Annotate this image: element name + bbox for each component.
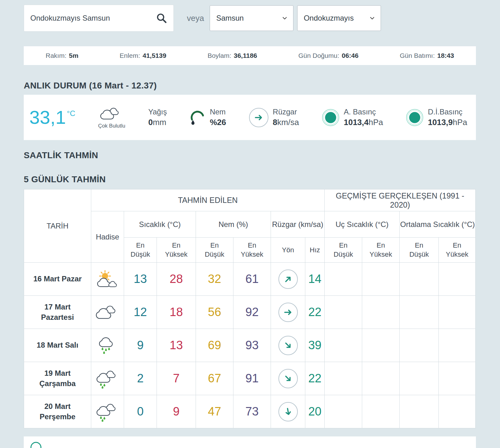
wind-value: 8 [273, 118, 277, 127]
humidity-max-cell: 61 [233, 263, 271, 296]
actual-pressure-unit: hPa [369, 118, 383, 127]
wind-direction-icon [278, 402, 298, 421]
humidity-max-cell: 93 [233, 329, 271, 362]
temp-max-cell: 28 [157, 263, 196, 296]
hist-avg-max-cell [439, 395, 476, 428]
forecast-date: 16 Mart Pazar [24, 263, 91, 296]
precipitation-label: Yağış [148, 108, 167, 116]
hist-avg-min-cell [400, 296, 439, 329]
location-search-box[interactable] [24, 5, 174, 32]
footer-icon [30, 441, 42, 448]
temp-min-cell: 9 [124, 329, 157, 362]
wind-speed-cell: 39 [305, 329, 325, 362]
top-search-row: veya Samsun Ondokuzmayıs [24, 5, 476, 32]
sunrise-value: 06:46 [342, 52, 358, 59]
five-day-forecast-table: TARİH TAHMİN EDİLEN GEÇMİŞTE GERÇEKLEŞEN… [24, 189, 476, 428]
humidity-min-cell: 32 [196, 263, 233, 296]
longitude-label: Boylam: [208, 52, 231, 59]
temp-min-cell: 12 [124, 296, 157, 329]
sea-level-pressure-label: D.İ.Basınç [428, 108, 467, 116]
hist-extreme-max-cell [362, 395, 400, 428]
forecast-row: 18 Mart Salı 9 13 69 93 [24, 329, 476, 362]
cloudy-icon [99, 106, 124, 122]
header-humidity-max: En Yüksek [233, 238, 271, 263]
header-avg-temp: Ortalama Sıcaklık (°C) [400, 211, 476, 238]
province-select[interactable]: Samsun [210, 5, 293, 31]
condition-cell [91, 362, 124, 395]
forecast-date: 18 Mart Salı [24, 329, 91, 362]
forecast-date: 19 Mart Çarşamba [24, 362, 91, 395]
chevron-down-icon [282, 16, 288, 20]
forecast-row: 20 Mart Perşembe 0 9 47 73 [24, 395, 476, 428]
hist-extreme-min-cell [325, 263, 362, 296]
pressure-icon [322, 109, 339, 126]
five-day-forecast-heading[interactable]: 5 GÜNLÜK TAHMİN [24, 174, 476, 184]
humidity-max-cell: 73 [233, 395, 271, 428]
or-label: veya [187, 13, 204, 23]
actual-pressure-item: A. Basınç 1013,4hPa [322, 108, 383, 127]
header-extreme-temp: Uç Sıcaklık (°C) [325, 211, 400, 238]
latitude-item: Enlem: 41,5139 [120, 52, 166, 59]
humidity-min-cell: 69 [196, 329, 233, 362]
condition-cell [91, 329, 124, 362]
sunrise-item: Gün Doğumu: 06:46 [298, 52, 358, 59]
wind-direction-cell [271, 296, 305, 329]
wind-direction-icon [278, 336, 298, 355]
search-icon[interactable] [155, 12, 168, 24]
header-temp-min: En Düşük [124, 238, 157, 263]
pressure-icon [406, 109, 423, 126]
district-select-value: Ondokuzmayıs [304, 14, 354, 23]
forecast-row: 17 Mart Pazartesi 12 18 56 92 22 [24, 296, 476, 329]
wind-item: Rüzgar 8km/sa [249, 108, 299, 127]
sunset-label: Gün Batımı: [400, 52, 435, 59]
header-date: TARİH [24, 189, 91, 263]
hist-extreme-min-cell [325, 329, 362, 362]
header-hist-avg-max: En Yüksek [439, 238, 476, 263]
precipitation-value: 0 [148, 118, 152, 127]
hist-avg-min-cell [400, 362, 439, 395]
temp-max-cell: 7 [157, 362, 196, 395]
current-condition: Çok Bulutlu [98, 106, 125, 129]
wind-direction-icon [278, 269, 298, 289]
wind-direction-cell [271, 263, 305, 296]
humidity-min-cell: 67 [196, 362, 233, 395]
header-event: Hadise [91, 211, 124, 263]
condition-label: Çok Bulutlu [98, 123, 125, 129]
wind-label: Rüzgar [273, 108, 299, 116]
wind-speed-cell: 20 [305, 395, 325, 428]
forecast-row: 16 Mart Pazar 13 28 32 61 [24, 263, 476, 296]
humidity-min-cell: 56 [196, 296, 233, 329]
hist-avg-min-cell [400, 329, 439, 362]
temp-max-cell: 9 [157, 395, 196, 428]
partly-sunny-icon [94, 270, 121, 289]
header-humidity-min: En Düşük [196, 238, 233, 263]
rainy-icon [94, 402, 121, 422]
humidity-max-cell: 91 [233, 362, 271, 395]
altitude-label: Rakım: [46, 52, 67, 59]
precipitation-unit: mm [153, 118, 166, 127]
hist-extreme-min-cell [325, 395, 362, 428]
hourly-forecast-heading[interactable]: SAATLİK TAHMİN [24, 150, 476, 160]
wind-direction-icon [278, 369, 298, 388]
rainy-icon [94, 335, 121, 355]
latitude-value: 41,5139 [142, 52, 166, 59]
temp-min-cell: 2 [124, 362, 157, 395]
wind-direction-icon [278, 303, 298, 322]
temp-max-cell: 13 [157, 329, 196, 362]
hist-avg-max-cell [439, 329, 476, 362]
longitude-item: Boylam: 36,1186 [208, 52, 257, 59]
province-select-value: Samsun [216, 14, 244, 23]
humidity-min-cell: 47 [196, 395, 233, 428]
footer-bar [24, 436, 476, 448]
humidity-label: Nem [210, 108, 226, 116]
temperature-unit: °C [67, 109, 75, 118]
district-select[interactable]: Ondokuzmayıs [297, 5, 381, 31]
sea-level-pressure-item: D.İ.Basınç 1013,9hPa [406, 108, 467, 127]
location-info-bar: Rakım: 5m Enlem: 41,5139 Boylam: 36,1186… [24, 46, 476, 65]
search-input[interactable] [30, 14, 155, 23]
header-wind-direction: Yön [271, 238, 305, 263]
condition-cell [91, 296, 124, 329]
current-section-subtitle: (16 Mart - 12.37) [89, 81, 157, 90]
wind-speed-cell: 22 [305, 362, 325, 395]
hist-extreme-max-cell [362, 263, 400, 296]
